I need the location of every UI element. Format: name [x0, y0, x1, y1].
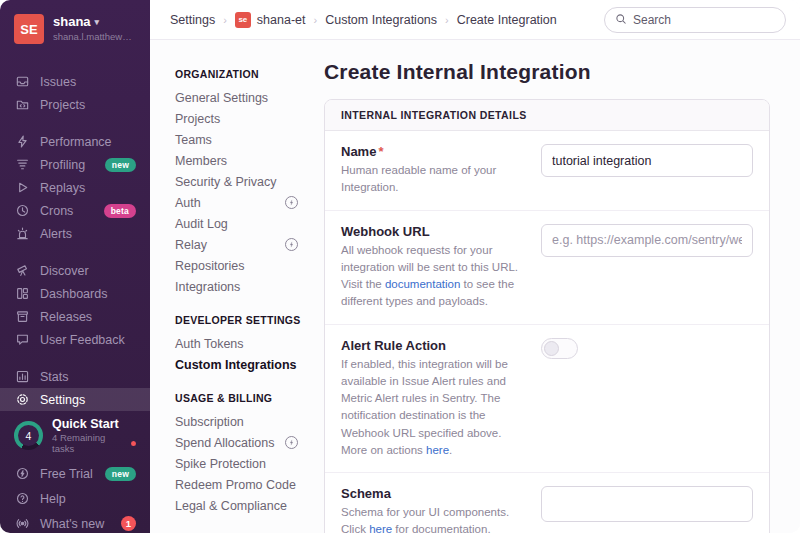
sidebar-item-free-trial[interactable]: Free Trial new — [0, 462, 150, 485]
webhook-url-help: All webhook requests for your integratio… — [341, 242, 519, 311]
performance-icon — [14, 134, 30, 150]
webhook-url-input[interactable] — [541, 224, 753, 257]
internal-integration-details-panel: INTERNAL INTEGRATION DETAILS Name* Human… — [324, 99, 770, 533]
breadcrumb-create-integration[interactable]: Create Integration — [457, 13, 557, 27]
crons-icon — [14, 203, 30, 219]
alert-rule-action-toggle[interactable] — [541, 338, 578, 359]
field-row-schema: Schema Schema for your UI components. Cl… — [325, 473, 769, 533]
nav-item-spike-protection[interactable]: Spike Protection — [175, 453, 306, 474]
search-input[interactable] — [633, 13, 775, 27]
user-feedback-icon — [14, 332, 30, 348]
nav-item-auth-tokens[interactable]: Auth Tokens — [175, 333, 306, 354]
org-user-dropdown[interactable]: SE shana ▾ shana.l.matthews@… — [0, 12, 150, 56]
name-input[interactable] — [541, 144, 753, 177]
nav-item-relay[interactable]: Relay — [175, 234, 306, 255]
name-help: Human readable name of your Integration. — [341, 162, 519, 197]
sidebar-item-performance[interactable]: Performance — [0, 130, 150, 153]
beta-badge: beta — [104, 204, 136, 218]
sidebar-item-releases[interactable]: Releases — [0, 305, 150, 328]
breadcrumb-org[interactable]: se shana-et — [235, 12, 306, 28]
breadcrumb-custom-integrations[interactable]: Custom Integrations — [325, 13, 437, 27]
quick-start-subtitle: 4 Remaining tasks — [52, 432, 127, 454]
quick-start-label: Quick Start — [52, 417, 136, 431]
help-icon — [14, 491, 30, 507]
new-badge: new — [105, 158, 136, 172]
power-feature-icon — [285, 196, 298, 209]
stats-icon — [14, 369, 30, 385]
broadcast-icon — [14, 516, 30, 532]
sidebar-item-issues[interactable]: Issues — [0, 70, 150, 93]
dashboards-icon — [14, 286, 30, 302]
sidebar-item-discover[interactable]: Discover — [0, 259, 150, 282]
sidebar-item-whats-new[interactable]: What's new 1 — [0, 512, 150, 533]
issues-icon — [14, 74, 30, 90]
sidebar: SE shana ▾ shana.l.matthews@… Issues Pro… — [0, 0, 150, 533]
nav-item-general-settings[interactable]: General Settings — [175, 87, 306, 108]
panel-header-details: INTERNAL INTEGRATION DETAILS — [325, 100, 769, 131]
nav-item-custom-integrations[interactable]: Custom Integrations — [175, 354, 306, 375]
name-label: Name* — [341, 144, 519, 159]
documentation-link[interactable]: documentation — [385, 278, 460, 290]
alerts-icon — [14, 226, 30, 242]
nav-section-organization: ORGANIZATION — [175, 68, 306, 80]
nav-item-repositories[interactable]: Repositories — [175, 255, 306, 276]
power-feature-icon — [285, 436, 298, 449]
schema-help: Schema for your UI components. Click her… — [341, 504, 519, 533]
replays-icon — [14, 180, 30, 196]
nav-item-teams[interactable]: Teams — [175, 129, 306, 150]
chevron-right-icon: › — [314, 14, 318, 26]
user-name: shana — [53, 14, 91, 29]
sidebar-item-profiling[interactable]: Profiling new — [0, 153, 150, 176]
gear-icon — [14, 392, 30, 408]
alert-dot — [131, 441, 136, 446]
nav-item-security-privacy[interactable]: Security & Privacy — [175, 171, 306, 192]
nav-item-redeem-promo-code[interactable]: Redeem Promo Code — [175, 474, 306, 495]
top-bar: Settings › se shana-et › Custom Integrat… — [150, 0, 800, 40]
sidebar-item-settings[interactable]: Settings — [0, 388, 150, 411]
nav-item-projects[interactable]: Projects — [175, 108, 306, 129]
new-badge: new — [105, 467, 136, 481]
schema-textarea[interactable] — [541, 486, 753, 522]
whats-new-count-badge: 1 — [121, 516, 136, 531]
quick-start-progress-ring: 4 — [14, 421, 43, 450]
sidebar-item-replays[interactable]: Replays — [0, 176, 150, 199]
main-content: Create Internal Integration INTERNAL INT… — [312, 40, 800, 533]
nav-item-legal-compliance[interactable]: Legal & Compliance — [175, 495, 306, 516]
webhook-url-label: Webhook URL — [341, 224, 519, 239]
actions-here-link[interactable]: here — [426, 444, 449, 456]
schema-here-link[interactable]: here — [369, 523, 392, 533]
sidebar-item-projects[interactable]: Projects — [0, 93, 150, 116]
toggle-knob — [544, 341, 559, 356]
quick-start[interactable]: 4 Quick Start 4 Remaining tasks — [0, 411, 150, 460]
search-box[interactable] — [604, 7, 786, 33]
nav-item-spend-allocations[interactable]: Spend Allocations — [175, 432, 306, 453]
discover-icon — [14, 263, 30, 279]
app-window: SE shana ▾ shana.l.matthews@… Issues Pro… — [0, 0, 800, 533]
alert-rule-action-help: If enabled, this integration will be ava… — [341, 356, 519, 460]
sidebar-item-crons[interactable]: Crons beta — [0, 199, 150, 222]
breadcrumb: Settings › se shana-et › Custom Integrat… — [170, 12, 557, 28]
sidebar-item-stats[interactable]: Stats — [0, 365, 150, 388]
nav-item-audit-log[interactable]: Audit Log — [175, 213, 306, 234]
sidebar-item-alerts[interactable]: Alerts — [0, 222, 150, 245]
nav-item-members[interactable]: Members — [175, 150, 306, 171]
page-title: Create Internal Integration — [324, 60, 770, 84]
breadcrumb-settings[interactable]: Settings — [170, 13, 215, 27]
org-mini-avatar: se — [235, 12, 251, 28]
sidebar-item-dashboards[interactable]: Dashboards — [0, 282, 150, 305]
profiling-icon — [14, 157, 30, 173]
chevron-right-icon: › — [223, 14, 227, 26]
releases-icon — [14, 309, 30, 325]
upgrade-icon — [14, 466, 30, 482]
field-row-alert-rule-action: Alert Rule Action If enabled, this integ… — [325, 325, 769, 474]
chevron-right-icon: › — [445, 14, 449, 26]
nav-item-integrations[interactable]: Integrations — [175, 276, 306, 297]
alert-rule-action-label: Alert Rule Action — [341, 338, 519, 353]
user-email: shana.l.matthews@… — [53, 31, 136, 42]
field-row-webhook-url: Webhook URL All webhook requests for you… — [325, 211, 769, 325]
settings-nav: ORGANIZATION General Settings Projects T… — [150, 40, 312, 533]
nav-item-subscription[interactable]: Subscription — [175, 411, 306, 432]
sidebar-item-user-feedback[interactable]: User Feedback — [0, 328, 150, 351]
sidebar-item-help[interactable]: Help — [0, 487, 150, 510]
nav-item-auth[interactable]: Auth — [175, 192, 306, 213]
